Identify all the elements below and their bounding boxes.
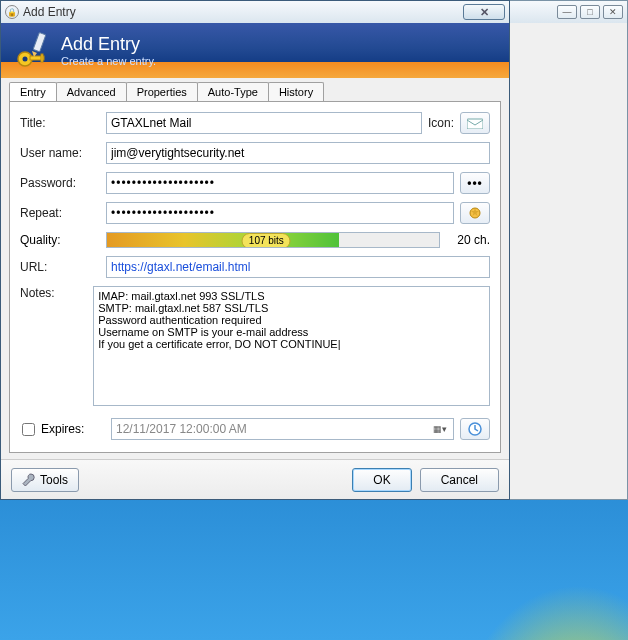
wrench-icon xyxy=(22,473,36,487)
calendar-dropdown-icon: ▦▾ xyxy=(431,424,449,434)
title-input[interactable] xyxy=(106,112,422,134)
add-entry-dialog: 🔒 Add Entry ✕ Add Entry Create a new ent… xyxy=(0,0,510,500)
bg-minimize-button[interactable]: — xyxy=(557,5,577,19)
bg-maximize-button[interactable]: □ xyxy=(580,5,600,19)
banner-subtitle: Create a new entry. xyxy=(61,55,156,67)
tools-label: Tools xyxy=(40,473,68,487)
quality-chars: 20 ch. xyxy=(446,233,490,247)
cancel-button[interactable]: Cancel xyxy=(420,468,499,492)
svg-rect-6 xyxy=(467,119,483,129)
password-input[interactable] xyxy=(106,172,454,194)
tab-entry[interactable]: Entry xyxy=(9,82,57,101)
quality-label: Quality: xyxy=(20,233,100,247)
notes-label: Notes: xyxy=(20,286,87,300)
quality-meter: 107 bits xyxy=(106,232,440,248)
icon-picker-button[interactable] xyxy=(460,112,490,134)
generate-password-button[interactable] xyxy=(460,202,490,224)
show-password-button[interactable]: ••• xyxy=(460,172,490,194)
tab-properties[interactable]: Properties xyxy=(126,82,198,101)
tab-advanced[interactable]: Advanced xyxy=(56,82,127,101)
bg-close-button[interactable]: ✕ xyxy=(603,5,623,19)
password-label: Password: xyxy=(20,176,100,190)
username-input[interactable] xyxy=(106,142,490,164)
title-label: Title: xyxy=(20,116,100,130)
ok-button[interactable]: OK xyxy=(352,468,411,492)
expires-date-picker[interactable]: 12/11/2017 12:00:00 AM ▦▾ xyxy=(111,418,454,440)
expires-preset-button[interactable] xyxy=(460,418,490,440)
expires-checkbox[interactable] xyxy=(22,423,35,436)
lock-icon: 🔒 xyxy=(5,5,19,19)
dialog-titlebar[interactable]: 🔒 Add Entry ✕ xyxy=(1,1,509,23)
tools-button[interactable]: Tools xyxy=(11,468,79,492)
expires-date-text: 12/11/2017 12:00:00 AM xyxy=(116,422,247,436)
banner-title: Add Entry xyxy=(61,34,156,55)
expires-label: Expires: xyxy=(41,422,105,436)
repeat-label: Repeat: xyxy=(20,206,100,220)
repeat-input[interactable] xyxy=(106,202,454,224)
tab-history[interactable]: History xyxy=(268,82,324,101)
entry-panel: Title: Icon: User name: Password: ••• Re… xyxy=(9,101,501,453)
close-button[interactable]: ✕ xyxy=(463,4,505,20)
svg-point-1 xyxy=(23,56,28,61)
key-pencil-icon xyxy=(13,31,53,71)
tab-autotype[interactable]: Auto-Type xyxy=(197,82,269,101)
url-input[interactable] xyxy=(106,256,490,278)
background-window: — □ ✕ xyxy=(508,0,628,500)
dialog-banner: Add Entry Create a new entry. xyxy=(1,23,509,78)
dialog-footer: Tools OK Cancel xyxy=(1,459,509,499)
tab-strip: Entry Advanced Properties Auto-Type Hist… xyxy=(1,78,509,101)
icon-label: Icon: xyxy=(428,116,454,130)
svg-rect-4 xyxy=(33,32,46,51)
notes-textarea[interactable]: IMAP: mail.gtaxl.net 993 SSL/TLS SMTP: m… xyxy=(93,286,490,406)
quality-bits: 107 bits xyxy=(242,233,291,248)
dialog-title: Add Entry xyxy=(23,5,463,19)
url-label: URL: xyxy=(20,260,100,274)
svg-rect-3 xyxy=(41,54,43,62)
username-label: User name: xyxy=(20,146,100,160)
